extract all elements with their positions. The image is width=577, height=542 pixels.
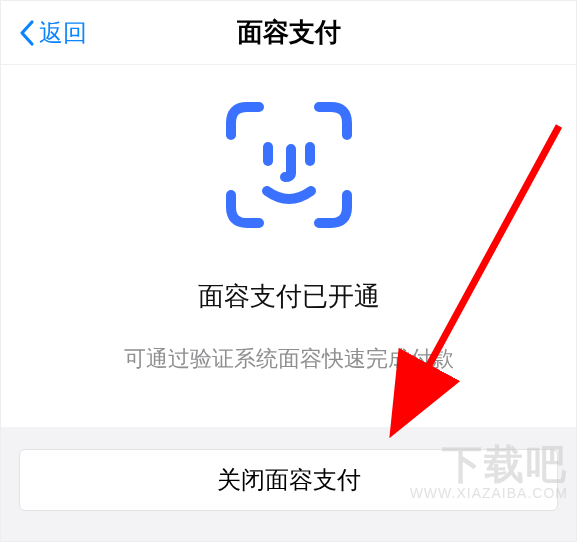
back-button[interactable]: 返回: [1, 17, 87, 49]
disable-face-pay-button[interactable]: 关闭面容支付: [19, 449, 558, 511]
header-bar: 返回 面容支付: [1, 1, 576, 65]
footer-area: 关闭面容支付: [1, 427, 576, 541]
page-title: 面容支付: [1, 15, 576, 50]
chevron-left-icon: [19, 19, 35, 47]
description-text: 可通过验证系统面容快速完成付款: [124, 344, 454, 374]
content-area: 面容支付已开通 可通过验证系统面容快速完成付款: [1, 65, 576, 374]
face-id-icon: [219, 95, 359, 235]
back-label: 返回: [39, 17, 87, 49]
status-text: 面容支付已开通: [198, 279, 380, 314]
